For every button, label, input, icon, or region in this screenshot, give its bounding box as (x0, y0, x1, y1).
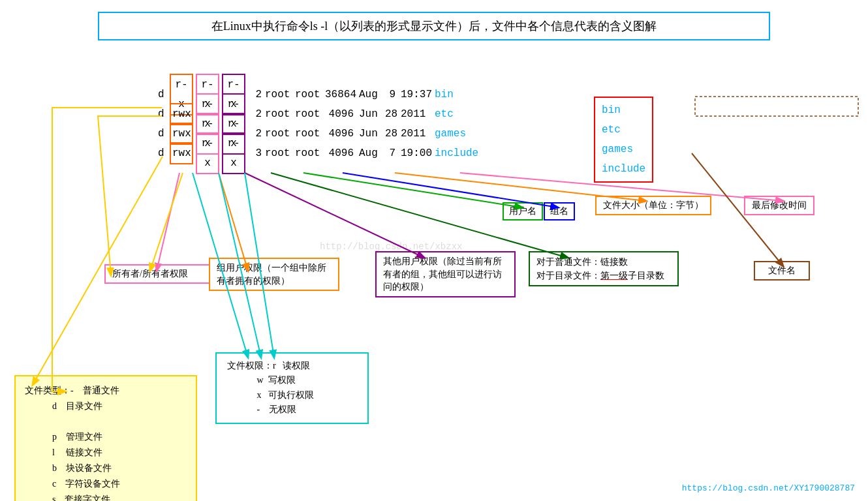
groupname-box: 组名 (544, 202, 575, 220)
user-1: root (264, 85, 291, 104)
time-4: 19:00 (399, 144, 431, 163)
fileperm-x: x 可执行权限 (227, 390, 314, 400)
file-type-d2: d (157, 104, 167, 124)
filetype-label: 文件类型：- 普通文件 (25, 386, 119, 395)
fileperm-label: 文件权限：r 读权限 (227, 361, 310, 371)
links-4: 3 (248, 144, 261, 163)
svg-rect-14 (695, 97, 858, 116)
file-type-d: d (157, 85, 167, 104)
day-3: 28 (384, 124, 397, 144)
owner-box: 所有者/所有者权限 (104, 264, 212, 284)
file-listing: d r-x r-x r-x 2 root root 36864 Aug 9 19… (157, 85, 480, 163)
watermark2: https://blog.csdn.net/XY1790028787 (682, 483, 855, 493)
name-1: bin (433, 85, 455, 104)
lastmod-box: 最后修改时间 (744, 196, 814, 215)
otherperm-box: 其他用户权限（除过当前有所有者的组，其他组可以进行访问的权限） (375, 251, 516, 297)
month-3: Jun (358, 124, 381, 144)
svg-line-2 (150, 173, 183, 271)
first-level-label: 第一级 (600, 271, 628, 281)
group-1: root (294, 85, 321, 104)
perm-other-4: r-x (222, 132, 245, 174)
file-row-4: d rwx r-x r-x 3 root root 4096 Aug 7 19:… (157, 144, 480, 163)
filetype-c: c 字符设备文件 (25, 479, 120, 489)
links-box: 对于普通文件：链接数 对于目录文件：第一级子目录数 (529, 251, 679, 286)
filetype-s: s 套接字文件 (25, 494, 110, 501)
perm-owner-2: rwx (170, 103, 193, 125)
groupperm-box: 组用户权限（一个组中除所有者拥有的权限） (209, 258, 339, 291)
links-label-1: 对于普通文件：链接数 (536, 257, 628, 267)
filesize-box: 文件大小（单位：字节） (595, 196, 711, 215)
group-3: root (294, 124, 321, 144)
page-title: 在Linux中执行命令ls -l（以列表的形式显示文件）后，文件中各个信息代表的… (98, 12, 770, 40)
watermark: http://blog.csdn.net/xbzxx (320, 241, 462, 252)
name-2: etc (433, 104, 455, 124)
links-1: 2 (248, 85, 261, 104)
size-4: 4096 (324, 144, 355, 163)
size-1: 36864 (324, 85, 355, 104)
name-4: include (433, 144, 480, 163)
day-1: 9 (384, 85, 397, 104)
svg-line-9 (303, 173, 522, 207)
links-label-2: 对于目录文件：第一级子目录数 (536, 271, 664, 281)
filetype-d: d 目录文件 (25, 401, 102, 411)
svg-line-3 (219, 173, 248, 271)
group-4: root (294, 144, 321, 163)
day-2: 28 (384, 104, 397, 124)
filenames-box: binetcgamesinclude (594, 97, 653, 183)
username-box: 用户名 (503, 202, 543, 220)
time-2: 2011 (399, 104, 431, 124)
user-4: root (264, 144, 291, 163)
size-3: 4096 (324, 124, 355, 144)
links-2: 2 (248, 104, 261, 124)
links-3: 2 (248, 124, 261, 144)
perm-owner-4: rwx (170, 142, 193, 164)
time-3: 2011 (399, 124, 431, 144)
filetype-p: p 管理文件 (25, 432, 102, 442)
month-2: Jun (358, 104, 381, 124)
user-2: root (264, 104, 291, 124)
month-1: Aug (358, 85, 381, 104)
file-type-d4: d (157, 144, 167, 163)
month-4: Aug (358, 144, 381, 163)
size-2: 4096 (324, 104, 355, 124)
fileperm-w: w 写权限 (227, 375, 296, 385)
group-2: root (294, 104, 321, 124)
filetype-box: 文件类型：- 普通文件 d 目录文件 p 管理文件 l 链接文件 b 块设备文件… (14, 375, 197, 501)
day-4: 7 (384, 144, 397, 163)
filetype-b: b 块设备文件 (25, 463, 112, 473)
name-3: games (433, 124, 467, 144)
fileperm-box: 文件权限：r 读权限 w 写权限 x 可执行权限 - 无权限 (215, 352, 369, 424)
svg-line-1 (157, 173, 179, 271)
perm-owner-3: rwx (170, 123, 193, 145)
filetype-l: l 链接文件 (25, 448, 102, 457)
time-1: 19:37 (399, 85, 431, 104)
user-3: root (264, 124, 291, 144)
fileperm-none: - 无权限 (227, 404, 296, 414)
file-type-d3: d (157, 124, 167, 144)
filename-box: 文件名 (754, 261, 810, 281)
perm-group-4: r-x (196, 132, 219, 174)
